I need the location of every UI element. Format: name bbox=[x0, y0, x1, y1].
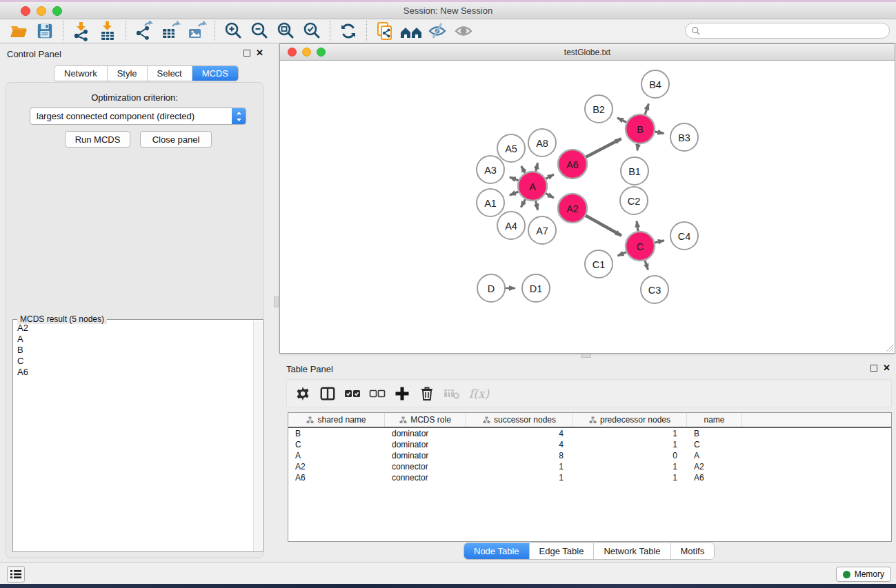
table-row[interactable]: A2connector11A2 bbox=[288, 461, 891, 472]
node-A6[interactable]: A6 bbox=[558, 150, 587, 179]
edge-C-C2[interactable] bbox=[637, 221, 638, 232]
home-button[interactable] bbox=[398, 19, 424, 43]
edge-B-B4[interactable] bbox=[645, 103, 649, 115]
close-traffic-light[interactable] bbox=[288, 48, 297, 57]
node-B[interactable]: B bbox=[626, 114, 655, 143]
export-network-button[interactable] bbox=[131, 19, 157, 43]
edge-C-C3[interactable] bbox=[645, 260, 648, 270]
splitter-grip[interactable] bbox=[581, 354, 591, 358]
edge-B-B1[interactable] bbox=[637, 143, 638, 150]
task-history-button[interactable] bbox=[7, 566, 25, 582]
zoom-traffic-light[interactable] bbox=[317, 48, 326, 57]
node-B2[interactable]: B2 bbox=[585, 95, 613, 123]
resize-grip-icon[interactable] bbox=[884, 343, 894, 352]
node-C4[interactable]: C4 bbox=[670, 222, 698, 250]
float-panel-icon[interactable] bbox=[870, 365, 877, 372]
node-B1[interactable]: B1 bbox=[621, 157, 648, 185]
clear-table-button[interactable] bbox=[441, 383, 462, 404]
tab-motifs[interactable]: Motifs bbox=[671, 543, 715, 559]
search-field[interactable] bbox=[685, 23, 890, 39]
zoom-in-button[interactable] bbox=[220, 19, 246, 43]
edge-C-C4[interactable] bbox=[654, 241, 664, 243]
network-graph[interactable]: B4B2BB3A5A8A6B1A3AC2A1A2A4A7C4CC1DD1C3 bbox=[280, 61, 895, 353]
column-header-MCDS-role[interactable]: MCDS role bbox=[385, 413, 466, 427]
result-scrollbar[interactable] bbox=[253, 321, 262, 551]
column-header-shared-name[interactable]: shared name bbox=[288, 413, 385, 427]
zoom-traffic-light[interactable] bbox=[52, 6, 62, 16]
memory-button[interactable]: Memory bbox=[836, 567, 891, 582]
delete-column-button[interactable] bbox=[417, 383, 437, 404]
table-row[interactable]: Cdominator41C bbox=[288, 439, 891, 450]
node-A7[interactable]: A7 bbox=[528, 216, 556, 244]
result-item[interactable]: A bbox=[14, 334, 253, 345]
edge-A-A2[interactable] bbox=[545, 193, 553, 198]
minimize-traffic-light[interactable] bbox=[302, 48, 311, 57]
import-network-button[interactable] bbox=[68, 19, 94, 43]
node-table[interactable]: shared nameMCDS rolesuccessor nodesprede… bbox=[288, 412, 892, 542]
tab-select[interactable]: Select bbox=[148, 66, 192, 81]
run-mcds-button[interactable]: Run MCDS bbox=[65, 131, 130, 148]
column-header-name[interactable]: name bbox=[687, 413, 742, 427]
export-image-button[interactable] bbox=[183, 19, 210, 43]
minimize-traffic-light[interactable] bbox=[37, 6, 46, 16]
tab-node-table[interactable]: Node Table bbox=[464, 543, 530, 559]
edge-A6-B[interactable] bbox=[586, 139, 621, 157]
edge-A-A5[interactable] bbox=[521, 166, 526, 174]
node-A3[interactable]: A3 bbox=[477, 156, 504, 183]
result-item[interactable]: B bbox=[14, 345, 253, 356]
node-A8[interactable]: A8 bbox=[528, 129, 556, 156]
tab-network[interactable]: Network bbox=[54, 66, 108, 81]
show-panel-button[interactable] bbox=[450, 19, 477, 43]
criterion-dropdown[interactable]: largest connected component (directed) bbox=[30, 108, 246, 125]
node-D1[interactable]: D1 bbox=[522, 274, 550, 302]
edge-B-B3[interactable] bbox=[655, 132, 664, 134]
node-A2[interactable]: A2 bbox=[558, 194, 587, 223]
node-C3[interactable]: C3 bbox=[641, 276, 668, 303]
tab-network-table[interactable]: Network Table bbox=[594, 543, 670, 559]
edge-C-C1[interactable] bbox=[618, 252, 627, 256]
node-B4[interactable]: B4 bbox=[641, 70, 669, 98]
result-item[interactable]: C bbox=[14, 356, 253, 367]
node-A1[interactable]: A1 bbox=[477, 189, 504, 216]
column-header-predecessor-nodes[interactable]: predecessor nodes bbox=[573, 413, 687, 427]
network-canvas[interactable]: B4B2BB3A5A8A6B1A3AC2A1A2A4A7C4CC1DD1C3 bbox=[280, 61, 895, 353]
export-table-button[interactable] bbox=[157, 19, 183, 43]
deselect-all-button[interactable] bbox=[367, 383, 388, 404]
column-header-successor-nodes[interactable]: successor nodes bbox=[466, 413, 573, 427]
close-panel-icon[interactable]: ✕ bbox=[883, 365, 890, 372]
zoom-out-button[interactable] bbox=[246, 19, 272, 43]
edge-A-A7[interactable] bbox=[535, 201, 537, 210]
node-B3[interactable]: B3 bbox=[670, 123, 698, 151]
select-all-button[interactable] bbox=[342, 383, 363, 404]
add-column-button[interactable] bbox=[392, 383, 412, 404]
edge-A-A4[interactable] bbox=[521, 199, 526, 207]
import-table-button[interactable] bbox=[94, 19, 121, 43]
table-settings-button[interactable] bbox=[292, 383, 313, 404]
close-panel-icon[interactable]: ✕ bbox=[256, 50, 263, 57]
zoom-selected-button[interactable] bbox=[299, 19, 325, 43]
refresh-button[interactable] bbox=[335, 19, 361, 43]
table-row[interactable]: Adominator80A bbox=[288, 450, 891, 461]
node-A[interactable]: A bbox=[518, 172, 547, 201]
result-item[interactable]: A2 bbox=[14, 323, 253, 334]
edge-A-A3[interactable] bbox=[510, 177, 519, 181]
table-header[interactable]: shared nameMCDS rolesuccessor nodesprede… bbox=[288, 413, 891, 428]
search-input[interactable] bbox=[704, 26, 884, 36]
function-builder-button[interactable]: f(x) bbox=[469, 387, 489, 401]
node-D[interactable]: D bbox=[477, 274, 505, 302]
result-item[interactable]: A6 bbox=[14, 367, 253, 378]
node-C1[interactable]: C1 bbox=[585, 250, 613, 278]
node-A5[interactable]: A5 bbox=[497, 134, 525, 162]
edge-A-A8[interactable] bbox=[536, 163, 538, 172]
edge-B-B2[interactable] bbox=[617, 118, 627, 123]
network-overview-button[interactable] bbox=[372, 19, 398, 43]
open-session-button[interactable] bbox=[6, 19, 32, 43]
tab-style[interactable]: Style bbox=[108, 66, 148, 81]
table-row[interactable]: Bdominator41B bbox=[288, 428, 891, 439]
save-session-button[interactable] bbox=[32, 19, 58, 43]
network-window-titlebar[interactable]: testGlobe.txt bbox=[280, 44, 895, 61]
tab-edge-table[interactable]: Edge Table bbox=[530, 543, 595, 559]
show-columns-button[interactable] bbox=[317, 383, 338, 404]
edge-A-A1[interactable] bbox=[510, 192, 519, 195]
node-C2[interactable]: C2 bbox=[620, 187, 648, 214]
